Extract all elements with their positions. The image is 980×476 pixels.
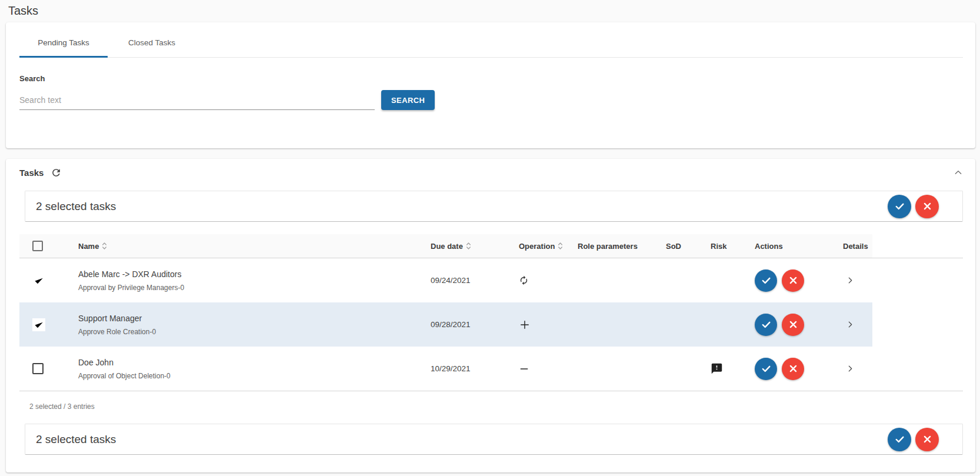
page-title: Tasks: [0, 0, 980, 18]
x-icon: [788, 319, 799, 330]
table-header: Name Due date Operation Role parameters …: [19, 234, 872, 258]
column-header-risk: Risk: [698, 242, 742, 251]
selected-check-icon[interactable]: [32, 274, 45, 287]
column-header-name[interactable]: Name: [72, 241, 418, 251]
task-name: Support Manager: [78, 314, 418, 324]
column-header-sod: SoD: [654, 242, 698, 251]
table-row[interactable]: Support Manager Approve Role Creation-0 …: [19, 302, 872, 347]
search-input[interactable]: [19, 91, 375, 110]
tasks-table: Name Due date Operation Role parameters …: [19, 234, 963, 391]
reject-task-button[interactable]: [782, 358, 804, 380]
bulk-bar-top: 2 selected tasks: [25, 191, 963, 222]
x-icon: [788, 275, 799, 286]
due-date: 09/28/2021: [418, 320, 506, 329]
table-row[interactable]: Abele Marc -> DXR Auditors Approval by P…: [19, 258, 872, 302]
approve-task-button[interactable]: [755, 269, 777, 292]
check-icon: [894, 201, 905, 212]
risk-alert-bubble-icon: [711, 362, 723, 375]
column-header-details: Details: [831, 242, 872, 251]
sort-icon: [466, 241, 471, 251]
plus-icon: [519, 319, 531, 331]
column-header-role-parameters: Role parameters: [565, 242, 654, 251]
tab-closed-tasks[interactable]: Closed Tasks: [108, 29, 196, 57]
bulk-approve-button[interactable]: [888, 428, 911, 451]
x-icon: [788, 363, 799, 374]
task-name: Abele Marc -> DXR Auditors: [78, 269, 418, 279]
check-icon: [761, 363, 772, 374]
x-icon: [922, 201, 933, 212]
sort-icon: [558, 241, 563, 251]
entries-summary: 2 selected / 3 entries: [29, 402, 963, 411]
due-date: 09/24/2021: [418, 276, 506, 285]
sort-icon: [102, 241, 107, 251]
tab-pending-tasks[interactable]: Pending Tasks: [19, 29, 108, 57]
column-header-actions: Actions: [742, 242, 831, 251]
reject-task-button[interactable]: [782, 314, 804, 336]
task-subtitle: Approve Role Creation-0: [78, 328, 418, 336]
row-checkbox[interactable]: [32, 363, 44, 374]
refresh-icon[interactable]: [51, 167, 62, 178]
column-header-due-date[interactable]: Due date: [418, 241, 506, 251]
task-name: Doe John: [78, 358, 418, 368]
column-header-operation[interactable]: Operation: [506, 241, 565, 251]
minus-icon: [519, 364, 529, 374]
check-icon: [761, 319, 772, 330]
due-date: 10/29/2021: [418, 364, 506, 373]
approve-task-button[interactable]: [755, 314, 777, 336]
bulk-reject-button[interactable]: [915, 195, 939, 218]
search-button[interactable]: SEARCH: [381, 90, 435, 110]
sync-icon: [519, 275, 529, 285]
tasks-panel-title: Tasks: [19, 168, 44, 178]
x-icon: [922, 434, 933, 445]
search-label: Search: [19, 74, 963, 83]
selected-check-icon[interactable]: [32, 318, 45, 331]
bulk-reject-button[interactable]: [915, 428, 939, 451]
reject-task-button[interactable]: [782, 269, 804, 292]
table-bottom-divider: [19, 391, 963, 391]
task-subtitle: Approval by Privilege Managers-0: [78, 284, 418, 292]
tasks-card: Tasks 2 selected tasks Name Due date Ope…: [6, 159, 975, 472]
tabs: Pending Tasks Closed Tasks: [19, 22, 963, 58]
bulk-approve-button[interactable]: [888, 195, 911, 218]
details-chevron-icon[interactable]: [846, 364, 855, 373]
table-row[interactable]: Doe John Approval of Object Deletion-0 1…: [19, 347, 872, 391]
selected-count-text: 2 selected tasks: [36, 433, 116, 446]
search-card: Pending Tasks Closed Tasks Search SEARCH: [6, 22, 975, 148]
check-icon: [761, 275, 772, 286]
check-icon: [894, 434, 905, 445]
task-subtitle: Approval of Object Deletion-0: [78, 372, 418, 380]
table-body: Abele Marc -> DXR Auditors Approval by P…: [19, 258, 963, 391]
select-all-checkbox[interactable]: [32, 241, 43, 251]
details-chevron-icon[interactable]: [846, 276, 855, 285]
bulk-bar-bottom: 2 selected tasks: [25, 424, 963, 455]
chevron-up-icon[interactable]: [954, 168, 963, 177]
approve-task-button[interactable]: [755, 358, 777, 380]
selected-count-text: 2 selected tasks: [36, 200, 116, 213]
details-chevron-icon[interactable]: [846, 320, 855, 329]
